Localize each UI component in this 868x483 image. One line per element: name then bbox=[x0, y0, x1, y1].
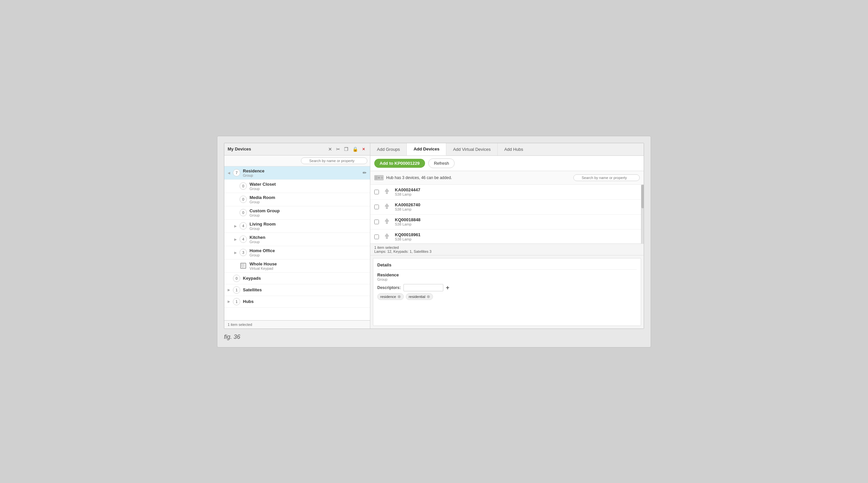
device-list-footer: 1 item selected Lamps: 12, Keypads: 1, S… bbox=[370, 244, 644, 255]
tree-row-home-office[interactable]: ▶ 3 Home Office Group bbox=[224, 246, 370, 259]
kitchen-badge: 4 bbox=[240, 235, 247, 243]
descriptor-input[interactable] bbox=[403, 284, 443, 291]
tree-row-hubs[interactable]: ▶ 1 Hubs bbox=[224, 296, 370, 308]
media-room-name: Media Room bbox=[250, 195, 367, 200]
kitchen-text: Kitchen Group bbox=[250, 235, 367, 244]
tree-row-whole-house[interactable]: Whole House Virtual Keypad bbox=[224, 259, 370, 273]
svg-rect-18 bbox=[386, 223, 388, 224]
tab-add-virtual-devices[interactable]: Add Virtual Devices bbox=[446, 143, 497, 155]
svg-marker-10 bbox=[385, 189, 389, 191]
details-sub: Group bbox=[377, 277, 637, 281]
home-office-sub: Group bbox=[250, 253, 367, 257]
living-room-chevron: ▶ bbox=[234, 224, 238, 228]
outer-wrapper: My Devices ✕ ✂ ❐ 🔒 ✕ 🔍 bbox=[217, 136, 651, 347]
device-info-1: KA00024447 S38 Lamp bbox=[395, 187, 640, 196]
summary-label: Lamps: 12, Keypads: 1, Satellites 3 bbox=[374, 250, 640, 253]
custom-group-text: Custom Group Group bbox=[250, 208, 367, 217]
living-room-badge: 4 bbox=[240, 222, 247, 230]
water-closet-badge: 0 bbox=[240, 182, 247, 190]
living-room-text: Living Room Group bbox=[250, 222, 367, 230]
refresh-button[interactable]: Refresh bbox=[428, 159, 455, 168]
custom-group-name: Custom Group bbox=[250, 208, 367, 213]
keypads-badge: 0 bbox=[233, 275, 240, 282]
device-checkbox-3[interactable] bbox=[374, 220, 379, 224]
left-header: My Devices ✕ ✂ ❐ 🔒 ✕ bbox=[224, 143, 370, 155]
copy-icon[interactable]: ❐ bbox=[343, 146, 350, 152]
tree-row-keypads[interactable]: 0 Keypads bbox=[224, 273, 370, 284]
water-closet-sub: Group bbox=[250, 187, 367, 191]
device-list: KA00024447 S38 Lamp KA0 bbox=[370, 185, 644, 244]
descriptors-tags-row: residence ⊗ residential ⊗ bbox=[377, 293, 637, 300]
residence-text: Residence Group bbox=[243, 168, 363, 177]
hub-info-left: Hub has 3 devices, 46 can be added. bbox=[374, 173, 452, 182]
tree-row-living-room[interactable]: ▶ 4 Living Room Group bbox=[224, 220, 370, 233]
add-descriptor-button[interactable]: + bbox=[446, 284, 450, 291]
add-to-hub-button[interactable]: Add to KP00001229 bbox=[374, 159, 425, 168]
left-search-bar: 🔍 bbox=[224, 155, 370, 166]
whole-house-sub: Virtual Keypad bbox=[250, 266, 367, 271]
header-icons: ✕ ✂ ❐ 🔒 ✕ bbox=[327, 146, 367, 152]
tree-row-media-room[interactable]: 0 Media Room Group bbox=[224, 193, 370, 206]
tree-row-kitchen[interactable]: ▶ 4 Kitchen Group bbox=[224, 233, 370, 246]
tab-add-hubs[interactable]: Add Hubs bbox=[498, 143, 530, 155]
descriptor-tag-residential: residential ⊗ bbox=[406, 293, 433, 300]
satellites-badge: 1 bbox=[233, 286, 240, 294]
whole-house-text: Whole House Virtual Keypad bbox=[250, 261, 367, 271]
svg-rect-11 bbox=[386, 191, 388, 193]
device-checkbox-1[interactable] bbox=[374, 190, 379, 194]
device-info-3: KQ00018848 S38 Lamp bbox=[395, 217, 640, 226]
tag-label-residential: residential bbox=[409, 295, 425, 299]
svg-rect-20 bbox=[386, 236, 388, 238]
scrollbar-track[interactable] bbox=[641, 185, 644, 244]
left-selected-count: 1 item selected bbox=[228, 322, 252, 326]
tab-add-groups[interactable]: Add Groups bbox=[370, 143, 407, 155]
details-panel: Details Residence Group Descriptors: + r… bbox=[373, 258, 641, 326]
living-room-sub: Group bbox=[250, 227, 367, 230]
tree-row-satellites[interactable]: ▶ 1 Satellites bbox=[224, 284, 370, 296]
lock-icon[interactable]: 🔒 bbox=[351, 146, 359, 152]
right-search-wrapper: 🔍 bbox=[574, 174, 640, 181]
tree-row-custom-group[interactable]: 0 Custom Group Group bbox=[224, 206, 370, 220]
details-section-title: Details bbox=[377, 262, 637, 270]
scrollbar-thumb[interactable] bbox=[641, 185, 644, 208]
x-icon[interactable]: ✕ bbox=[361, 146, 367, 152]
satellites-name: Satellites bbox=[243, 287, 367, 292]
keypads-name: Keypads bbox=[243, 276, 367, 281]
device-row-4[interactable]: KQ00018961 S38 Lamp bbox=[370, 230, 644, 244]
hub-info-text: Hub has 3 devices, 46 can be added. bbox=[386, 175, 452, 180]
device-type-2: S38 Lamp bbox=[395, 207, 640, 211]
home-office-name: Home Office bbox=[250, 248, 367, 253]
lamp-icon-3 bbox=[382, 217, 392, 227]
device-type-3: S38 Lamp bbox=[395, 222, 640, 226]
tag-close-residence[interactable]: ⊗ bbox=[398, 294, 401, 299]
keypads-text: Keypads bbox=[243, 276, 367, 281]
right-search-input[interactable] bbox=[574, 174, 640, 181]
svg-rect-2 bbox=[243, 264, 244, 265]
details-descriptors-row: Descriptors: + bbox=[377, 284, 637, 291]
fig-label: fig. 36 bbox=[224, 334, 644, 340]
close-icon[interactable]: ✕ bbox=[327, 146, 334, 152]
hub-icon bbox=[374, 173, 383, 182]
device-row-3[interactable]: KQ00018848 S38 Lamp bbox=[370, 215, 644, 230]
left-panel: My Devices ✕ ✂ ❐ 🔒 ✕ 🔍 bbox=[224, 143, 370, 329]
left-footer: 1 item selected bbox=[224, 320, 370, 329]
kitchen-sub: Group bbox=[250, 240, 367, 244]
device-checkbox-2[interactable] bbox=[374, 205, 379, 209]
descriptors-label: Descriptors: bbox=[377, 285, 401, 290]
device-checkbox-4[interactable] bbox=[374, 234, 379, 239]
left-search-input[interactable] bbox=[301, 158, 367, 164]
lamp-icon-2 bbox=[382, 202, 392, 211]
tree-row-water-closet[interactable]: 0 Water Closet Group bbox=[224, 180, 370, 193]
device-name-3: KQ00018848 bbox=[395, 217, 640, 222]
edit-icon[interactable]: ✏ bbox=[363, 170, 367, 175]
device-row-2[interactable]: KA00026740 S38 Lamp bbox=[370, 200, 644, 215]
cut-icon[interactable]: ✂ bbox=[335, 146, 341, 152]
custom-group-badge: 0 bbox=[240, 209, 247, 216]
tag-close-residential[interactable]: ⊗ bbox=[427, 294, 430, 299]
tree-content: ◀ 7 Residence Group ✏ 0 Water Closet Gro… bbox=[224, 166, 370, 320]
svg-rect-14 bbox=[386, 206, 388, 208]
tab-add-devices[interactable]: Add Devices bbox=[407, 143, 446, 155]
svg-rect-5 bbox=[242, 267, 244, 268]
tree-row-residence[interactable]: ◀ 7 Residence Group ✏ bbox=[224, 166, 370, 180]
device-row-1[interactable]: KA00024447 S38 Lamp bbox=[370, 185, 644, 200]
